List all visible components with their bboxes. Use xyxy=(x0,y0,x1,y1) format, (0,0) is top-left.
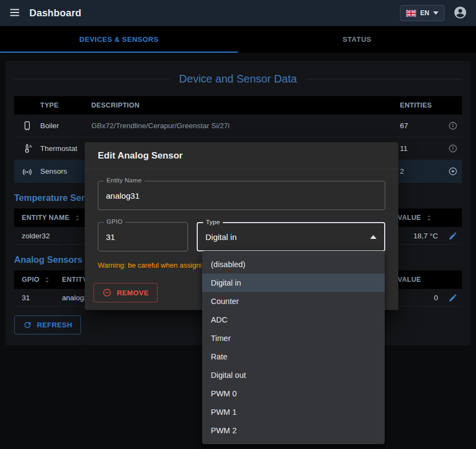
type-select[interactable]: Type Digital in xyxy=(197,222,385,251)
type-label: Type xyxy=(203,219,223,225)
menu-option-adc[interactable]: ADC xyxy=(202,311,385,329)
col-value-label: VALUE xyxy=(398,214,421,222)
language-selector[interactable]: EN xyxy=(400,5,444,21)
tab-bar: DEVICES & SENSORS STATUS xyxy=(0,26,476,53)
col-type: TYPE xyxy=(40,102,91,109)
sort-icon xyxy=(43,276,51,283)
menu-option-digital-in[interactable]: Digital in xyxy=(202,274,385,292)
device-type: Boiler xyxy=(40,122,91,130)
sort-icon xyxy=(425,214,433,222)
col-entities: ENTITIES xyxy=(385,102,443,109)
menu-option-pwm-1[interactable]: PWM 1 xyxy=(202,403,385,421)
info-icon[interactable] xyxy=(443,121,462,131)
edit-pencil-icon[interactable] xyxy=(443,293,462,302)
menu-option-rate[interactable]: Rate xyxy=(202,347,385,366)
col-gpio[interactable]: GPIO xyxy=(14,276,62,283)
account-button[interactable] xyxy=(451,3,469,23)
gpio-value: 31 xyxy=(106,232,115,242)
entity-name-label: Entity Name xyxy=(104,177,145,184)
refresh-label: REFRESH xyxy=(37,321,72,329)
sensor-gpio: 31 xyxy=(14,294,62,302)
sensors-icon xyxy=(14,166,40,178)
tab-status-label: STATUS xyxy=(342,35,371,43)
menu-option-counter[interactable]: Counter xyxy=(202,292,385,311)
language-label: EN xyxy=(420,9,429,17)
remove-button[interactable]: REMOVE xyxy=(93,283,158,302)
devices-table-header: TYPE DESCRIPTION ENTITIES xyxy=(14,96,462,115)
entity-name-value: analog31 xyxy=(106,191,140,200)
refresh-button[interactable]: REFRESH xyxy=(14,315,81,334)
account-circle-icon xyxy=(453,5,467,21)
menu-option-digital-out[interactable]: Digital out xyxy=(202,366,385,384)
dialog-title: Edit Analog Sensor xyxy=(85,142,398,169)
divider xyxy=(306,79,462,79)
type-value: Digital in xyxy=(205,232,370,242)
thermostat-icon: A xyxy=(14,143,40,155)
section-title: Device and Sensor Data xyxy=(14,73,462,85)
uk-flag-icon xyxy=(406,10,416,17)
refresh-icon xyxy=(23,320,32,330)
device-type: Thermostat xyxy=(40,144,91,153)
hamburger-icon xyxy=(9,7,21,20)
section-title-text: Device and Sensor Data xyxy=(179,73,297,85)
menu-option-pwm-0[interactable]: PWM 0 xyxy=(202,384,385,403)
menu-option-pwm-2[interactable]: PWM 2 xyxy=(202,421,385,440)
remove-label: REMOVE xyxy=(117,289,149,297)
chevron-down-icon xyxy=(433,11,439,15)
col-gpio-label: GPIO xyxy=(22,276,39,283)
entity-name-field[interactable]: Entity Name analog31 xyxy=(98,181,385,210)
device-type: Sensors xyxy=(40,167,91,175)
menu-option-timer[interactable]: Timer xyxy=(202,329,385,347)
info-icon[interactable] xyxy=(443,143,462,154)
app-bar: Dashboard EN xyxy=(0,0,476,26)
gpio-label: GPIO xyxy=(104,218,126,225)
device-entities: 67 xyxy=(385,122,443,130)
menu-button[interactable] xyxy=(7,4,23,22)
tab-devices-sensors-label: DEVICES & SENSORS xyxy=(79,35,159,43)
chevron-up-icon xyxy=(370,235,377,239)
edit-pencil-icon[interactable] xyxy=(443,231,462,241)
tab-devices-sensors[interactable]: DEVICES & SENSORS xyxy=(0,26,238,53)
remove-circle-icon xyxy=(102,288,112,298)
page-title: Dashboard xyxy=(29,8,82,19)
device-description: GBx72/Trendline/Cerapur/Greenstar Si/27i xyxy=(91,122,385,130)
table-row-boiler[interactable]: Boiler GBx72/Trendline/Cerapur/Greenstar… xyxy=(14,115,462,137)
divider xyxy=(14,79,170,79)
tab-status[interactable]: STATUS xyxy=(238,26,476,53)
sort-icon xyxy=(74,214,81,222)
add-circle-icon[interactable] xyxy=(443,166,462,176)
menu-option-disabled[interactable]: (disabled) xyxy=(202,255,385,274)
col-entity-name-label: ENTITY NAME xyxy=(22,214,70,222)
type-dropdown-menu: (disabled) Digital in Counter ADC Timer … xyxy=(202,251,385,444)
gpio-field[interactable]: GPIO 31 xyxy=(98,222,188,251)
svg-text:A: A xyxy=(29,144,32,149)
col-description: DESCRIPTION xyxy=(91,102,385,109)
boiler-icon xyxy=(14,120,40,132)
field-row: GPIO 31 Type Digital in xyxy=(98,222,385,251)
